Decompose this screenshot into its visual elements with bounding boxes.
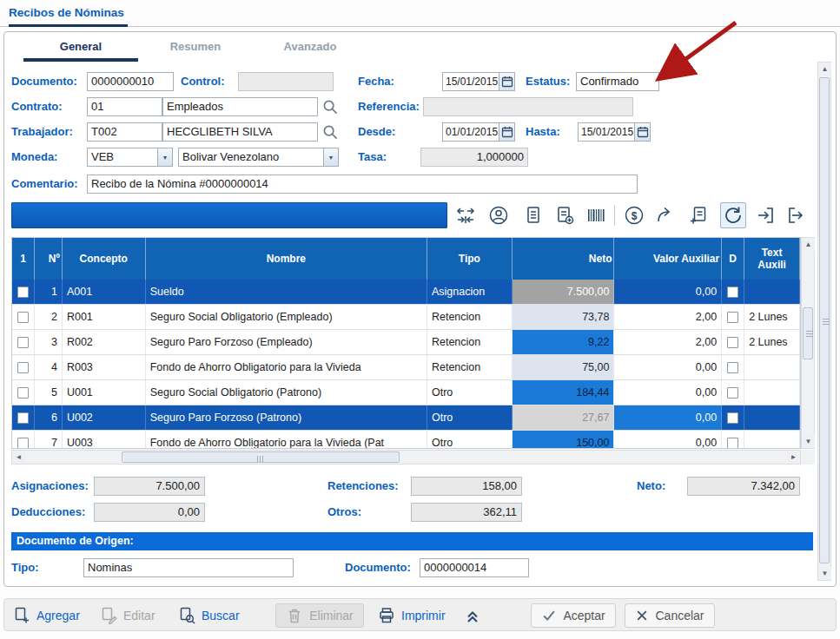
referencia-label: Referencia: xyxy=(358,97,420,116)
fecha-value[interactable]: 15/01/2015 xyxy=(442,72,499,91)
search-icon[interactable] xyxy=(322,124,339,141)
grid-header-valor-auxiliar[interactable]: Valor Auxiliar xyxy=(614,238,722,280)
table-row[interactable]: 1 A001 Sueldo Asignacion 7.500,00 0,00 xyxy=(12,280,800,305)
d-checkbox[interactable] xyxy=(727,412,738,424)
chevron-down-icon[interactable]: ▼ xyxy=(323,148,338,166)
currency-icon[interactable]: $ xyxy=(621,202,647,228)
document-add-icon[interactable] xyxy=(552,202,578,228)
document-list-icon[interactable] xyxy=(520,202,546,228)
cell-nombre: Fondo de Ahorro Obligatorio para la Vivi… xyxy=(146,355,427,379)
table-row[interactable]: 5 U001 Seguro Social Obligatorio (Patron… xyxy=(12,380,800,405)
fit-columns-icon[interactable] xyxy=(453,202,479,228)
panel-vscroll-thumb[interactable] xyxy=(819,77,830,563)
grid-hscroll-thumb[interactable] xyxy=(122,451,400,463)
row-checkbox[interactable] xyxy=(17,412,29,424)
table-row[interactable]: 3 R002 Seguro Paro Forzoso (Empleado) Re… xyxy=(12,330,800,355)
grid-vscroll-thumb[interactable] xyxy=(803,307,813,359)
grid-header-concepto[interactable]: Concepto xyxy=(63,238,146,280)
desde-value[interactable]: 01/01/2015 xyxy=(442,122,499,142)
agregar-button[interactable]: Agregar xyxy=(13,599,80,632)
page-title[interactable]: Recibos de Nóminas xyxy=(9,6,128,27)
hasta-field[interactable]: 15/01/2015 xyxy=(578,122,651,142)
table-row[interactable]: 7 U003 Fondo de Ahorro Obligatorio para … xyxy=(12,431,800,448)
aceptar-button[interactable]: Aceptar xyxy=(531,603,616,628)
panel-vertical-scrollbar[interactable]: ▲ ▼ xyxy=(817,62,831,581)
referencia-field[interactable] xyxy=(423,97,633,116)
origen-documento-field[interactable]: 0000000014 xyxy=(420,558,529,577)
trabajador-code-field[interactable]: T002 xyxy=(87,122,162,142)
tab-resumen[interactable]: Resumen xyxy=(138,36,253,62)
grid-header-tipo[interactable]: Tipo xyxy=(427,238,513,280)
editar-button[interactable]: Editar xyxy=(100,599,155,632)
tasa-field[interactable]: 1,000000 xyxy=(420,148,528,167)
row-checkbox[interactable] xyxy=(17,312,29,323)
grid-horizontal-scrollbar[interactable]: ◄ ► xyxy=(11,450,801,464)
cell-tipo: Retencion xyxy=(427,330,513,354)
moneda-name-select[interactable]: Bolivar Venezolano ▼ xyxy=(178,148,339,167)
origen-tipo-field[interactable]: Nominas xyxy=(83,558,294,577)
import-icon[interactable] xyxy=(753,202,779,228)
grid-header-nombre[interactable]: Nombre xyxy=(146,238,427,280)
d-checkbox[interactable] xyxy=(727,362,738,373)
grid-header-select[interactable]: 1 xyxy=(12,238,35,280)
grid-header-texto-auxiliar[interactable]: Text Auxili xyxy=(744,238,800,280)
scroll-up-icon[interactable]: ▲ xyxy=(818,63,831,76)
imprimir-button[interactable]: Imprimir xyxy=(378,599,446,632)
collapse-icon[interactable] xyxy=(463,599,482,632)
scroll-down-icon[interactable]: ▼ xyxy=(818,567,831,580)
d-checkbox[interactable] xyxy=(727,337,738,348)
cell-texto-auxiliar xyxy=(744,280,800,304)
refresh-icon[interactable] xyxy=(720,202,746,228)
scroll-left-icon[interactable]: ◄ xyxy=(12,451,25,464)
grid-header: 1 Nº Concepto Nombre Tipo Neto Valor Aux… xyxy=(12,238,800,280)
d-checkbox[interactable] xyxy=(727,438,738,449)
grid-header-numero[interactable]: Nº xyxy=(35,238,63,280)
export-icon[interactable] xyxy=(783,202,809,228)
row-checkbox[interactable] xyxy=(17,337,29,348)
trabajador-name-field[interactable]: HECGLIBETH SILVA xyxy=(162,122,318,142)
add-auxiliary-icon[interactable] xyxy=(685,202,711,228)
contrato-name-field[interactable]: Empleados xyxy=(162,97,318,116)
calendar-icon[interactable] xyxy=(635,122,651,142)
scroll-up-icon[interactable]: ▲ xyxy=(802,238,815,251)
d-checkbox[interactable] xyxy=(727,312,738,323)
row-checkbox[interactable] xyxy=(17,387,29,399)
grid-header-neto[interactable]: Neto xyxy=(513,238,615,280)
d-checkbox[interactable] xyxy=(727,387,738,399)
comentario-field[interactable]: Recibo de la Nómina #0000000014 xyxy=(87,175,638,194)
tab-avanzado[interactable]: Avanzado xyxy=(253,36,367,62)
tab-general[interactable]: General xyxy=(23,36,138,62)
table-row[interactable]: 6 U002 Seguro Paro Forzoso (Patrono) Otr… xyxy=(12,405,800,431)
grid-vertical-scrollbar[interactable]: ▲ ▼ xyxy=(801,237,815,449)
eliminar-button[interactable]: Eliminar xyxy=(275,603,364,628)
row-checkbox[interactable] xyxy=(17,287,29,298)
scroll-down-icon[interactable]: ▼ xyxy=(802,435,815,448)
documento-field[interactable]: 0000000010 xyxy=(87,72,174,91)
cancelar-button[interactable]: Cancelar xyxy=(625,603,715,628)
grid-header-d[interactable]: D xyxy=(722,238,744,280)
row-checkbox[interactable] xyxy=(17,362,29,373)
table-row[interactable]: 4 R003 Fondo de Ahorro Obligatorio para … xyxy=(12,355,800,380)
moneda-code-value: VEB xyxy=(88,148,157,166)
d-checkbox[interactable] xyxy=(727,287,738,298)
moneda-code-select[interactable]: VEB ▼ xyxy=(87,148,173,167)
table-row[interactable]: 2 R001 Seguro Social Obligatorio (Emplea… xyxy=(12,305,800,330)
calendar-icon[interactable] xyxy=(499,122,515,142)
desde-field[interactable]: 01/01/2015 xyxy=(442,122,515,142)
calendar-icon[interactable] xyxy=(499,72,515,91)
row-checkbox[interactable] xyxy=(17,438,29,449)
hasta-value[interactable]: 15/01/2015 xyxy=(578,122,635,142)
deducciones-label: Deducciones: xyxy=(11,503,85,522)
estatus-field[interactable]: Confirmado xyxy=(576,72,659,91)
fecha-field[interactable]: 15/01/2015 xyxy=(442,72,515,91)
worker-icon[interactable] xyxy=(486,202,512,228)
barcode-icon[interactable] xyxy=(583,202,609,228)
buscar-button[interactable]: Buscar xyxy=(178,599,240,632)
search-icon[interactable] xyxy=(322,99,339,115)
chevron-down-icon[interactable]: ▼ xyxy=(157,148,172,166)
scroll-right-icon[interactable]: ► xyxy=(787,451,800,464)
cell-texto-auxiliar xyxy=(744,431,800,448)
control-field[interactable] xyxy=(238,72,334,91)
forward-icon[interactable] xyxy=(652,202,678,228)
contrato-code-field[interactable]: 01 xyxy=(87,97,162,116)
